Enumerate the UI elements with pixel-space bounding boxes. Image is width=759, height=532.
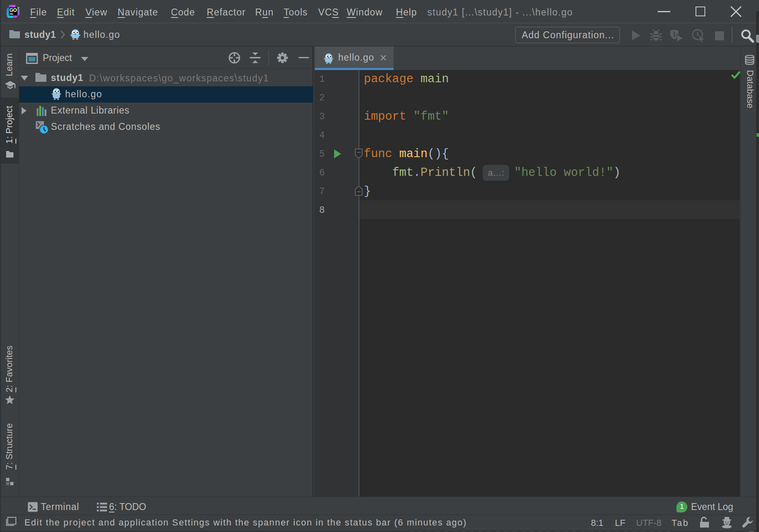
svg-text:GO: GO [9,7,17,13]
